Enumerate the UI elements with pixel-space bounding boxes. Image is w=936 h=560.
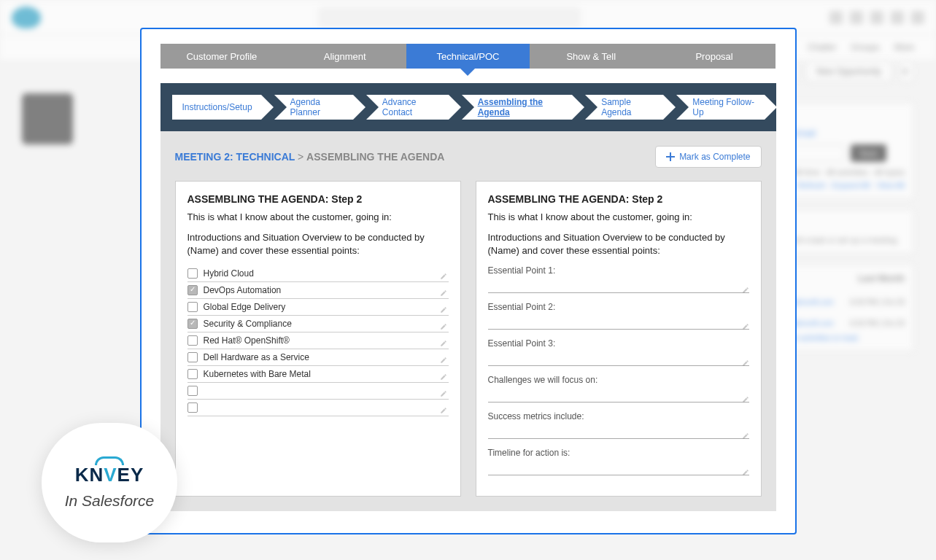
- check-row: Hybrid Cloud: [187, 265, 449, 282]
- right-panel: ASSEMBLING THE AGENDA: Step 2 This is wh…: [476, 181, 762, 497]
- input-label: Essential Point 1:: [488, 265, 749, 276]
- input-block: Success metrics include:: [488, 411, 749, 439]
- agenda-modal: Customer Profile Alignment Technical/POC…: [140, 28, 797, 534]
- check-row: Security & Compliance: [187, 316, 449, 332]
- pencil-icon[interactable]: [742, 466, 749, 473]
- check-label: Global Edge Delivery: [204, 302, 286, 312]
- left-panel-line2: Introductions and Situation Overview to …: [187, 231, 449, 257]
- check-label: Kubernetes with Bare Metal: [204, 369, 311, 379]
- step-assembling-agenda[interactable]: Assembling the Agenda: [462, 95, 573, 120]
- pencil-icon[interactable]: [440, 303, 447, 311]
- right-panel-line2: Introductions and Situation Overview to …: [488, 231, 749, 257]
- text-input[interactable]: [488, 280, 749, 293]
- pencil-icon[interactable]: [742, 320, 749, 327]
- knvey-logo: KNVEY: [75, 464, 144, 486]
- pencil-icon[interactable]: [742, 357, 749, 364]
- mark-complete-button[interactable]: Mark as Complete: [655, 146, 761, 168]
- breadcrumb-current: ASSEMBLING THE AGENDA: [306, 151, 444, 163]
- input-label: Essential Point 3:: [488, 338, 749, 349]
- checkbox[interactable]: [187, 335, 198, 346]
- checkbox[interactable]: [187, 268, 198, 279]
- check-row: Global Edge Delivery: [187, 299, 449, 316]
- pencil-icon[interactable]: [440, 320, 447, 327]
- pencil-icon[interactable]: [742, 393, 749, 400]
- pencil-icon[interactable]: [742, 429, 749, 437]
- pencil-icon[interactable]: [440, 337, 447, 344]
- text-input[interactable]: [488, 426, 749, 439]
- pencil-icon[interactable]: [440, 387, 447, 394]
- breadcrumb-parent: MEETING 2: TECHNICAL: [175, 151, 295, 163]
- tab-customer-profile[interactable]: Customer Profile: [160, 44, 284, 69]
- text-input[interactable]: [488, 353, 749, 366]
- input-label: Essential Point 2:: [488, 302, 749, 312]
- checkbox[interactable]: [187, 302, 198, 312]
- check-label: Dell Hardware as a Service: [204, 352, 309, 362]
- check-label: Security & Compliance: [204, 319, 292, 329]
- pencil-icon[interactable]: [440, 370, 447, 378]
- check-row: DevOps Automation: [187, 282, 449, 299]
- step-agenda-planner[interactable]: Agenda Planner: [274, 95, 353, 120]
- input-block: Essential Point 2:: [488, 302, 749, 330]
- knvey-badge: KNVEY In Salesforce: [42, 423, 177, 542]
- text-input[interactable]: [488, 316, 749, 330]
- step-instructions[interactable]: Instructions/Setup: [172, 95, 261, 120]
- step-sample-agenda[interactable]: Sample Agenda: [585, 95, 663, 120]
- right-panel-title: ASSEMBLING THE AGENDA: Step 2: [488, 193, 749, 205]
- right-panel-line1: This is what I know about the customer, …: [488, 211, 749, 224]
- input-block: Challenges we will focus on:: [488, 375, 749, 402]
- checkbox[interactable]: [187, 402, 198, 413]
- input-block: Essential Point 1:: [488, 265, 749, 293]
- badge-subtitle: In Salesforce: [65, 492, 155, 510]
- breadcrumb: MEETING 2: TECHNICAL > ASSEMBLING THE AG…: [175, 151, 445, 163]
- tab-technical-poc[interactable]: Technical/POC: [406, 44, 530, 69]
- check-row: Dell Hardware as a Service: [187, 349, 449, 366]
- input-block: Timeline for action is:: [488, 448, 749, 475]
- checkbox[interactable]: [187, 285, 198, 295]
- content-area: MEETING 2: TECHNICAL > ASSEMBLING THE AG…: [160, 131, 776, 511]
- tab-show-tell[interactable]: Show & Tell: [530, 44, 653, 69]
- tab-proposal[interactable]: Proposal: [653, 44, 776, 69]
- input-label: Challenges we will focus on:: [488, 375, 749, 385]
- check-label: Hybrid Cloud: [204, 268, 254, 279]
- input-label: Success metrics include:: [488, 411, 749, 421]
- left-panel: ASSEMBLING THE AGENDA: Step 2 This is wh…: [175, 181, 461, 497]
- plus-icon: [666, 152, 675, 161]
- pencil-icon[interactable]: [742, 284, 749, 291]
- pencil-icon[interactable]: [440, 270, 447, 277]
- check-label: Red Hat® OpenShift®: [204, 335, 290, 346]
- check-row: [187, 383, 449, 400]
- input-label: Timeline for action is:: [488, 448, 749, 458]
- left-panel-title: ASSEMBLING THE AGENDA: Step 2: [187, 193, 449, 205]
- check-row: Kubernetes with Bare Metal: [187, 366, 449, 383]
- check-label: DevOps Automation: [204, 285, 282, 295]
- checkbox[interactable]: [187, 369, 198, 379]
- input-block: Essential Point 3:: [488, 338, 749, 366]
- text-input[interactable]: [488, 462, 749, 475]
- pencil-icon[interactable]: [440, 354, 447, 361]
- check-row: Red Hat® OpenShift®: [187, 332, 449, 349]
- checkbox[interactable]: [187, 352, 198, 362]
- step-meeting-followup[interactable]: Meeting Follow-Up: [676, 95, 764, 120]
- pencil-icon[interactable]: [440, 287, 447, 294]
- steps-bar: Instructions/Setup Agenda Planner Advanc…: [160, 83, 776, 131]
- text-input[interactable]: [488, 389, 749, 402]
- check-row: [187, 400, 449, 416]
- checkbox[interactable]: [187, 386, 198, 396]
- checkbox[interactable]: [187, 319, 198, 329]
- modal-tabs: Customer Profile Alignment Technical/POC…: [160, 44, 776, 69]
- tab-alignment[interactable]: Alignment: [283, 44, 406, 69]
- step-advance-contact[interactable]: Advance Contact: [366, 95, 449, 120]
- left-panel-line1: This is what I know about the customer, …: [187, 211, 449, 224]
- pencil-icon[interactable]: [440, 404, 447, 411]
